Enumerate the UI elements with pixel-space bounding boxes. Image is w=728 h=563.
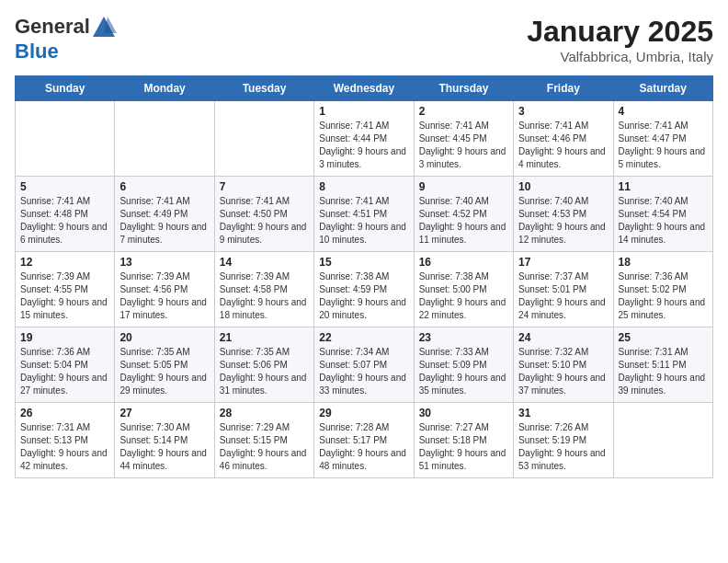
day-info: Sunrise: 7:28 AMSunset: 5:17 PMDaylight:… <box>319 421 408 473</box>
col-tuesday: Tuesday <box>214 76 313 101</box>
day-info: Sunrise: 7:38 AMSunset: 5:00 PMDaylight:… <box>419 270 508 322</box>
calendar-day-cell: 28Sunrise: 7:29 AMSunset: 5:15 PMDayligh… <box>214 403 313 478</box>
calendar-day-cell: 14Sunrise: 7:39 AMSunset: 4:58 PMDayligh… <box>214 252 313 327</box>
calendar-day-cell: 18Sunrise: 7:36 AMSunset: 5:02 PMDayligh… <box>613 252 712 327</box>
day-info: Sunrise: 7:40 AMSunset: 4:52 PMDaylight:… <box>419 195 508 247</box>
day-number: 19 <box>20 331 109 344</box>
day-number: 22 <box>319 331 408 344</box>
calendar-day-cell: 5Sunrise: 7:41 AMSunset: 4:48 PMDaylight… <box>16 177 115 252</box>
day-number: 9 <box>419 180 508 193</box>
day-info: Sunrise: 7:37 AMSunset: 5:01 PMDaylight:… <box>518 270 608 322</box>
day-info: Sunrise: 7:29 AMSunset: 5:15 PMDaylight:… <box>220 421 309 473</box>
day-number: 26 <box>20 407 109 419</box>
day-number: 21 <box>220 331 309 344</box>
calendar-day-cell: 30Sunrise: 7:27 AMSunset: 5:18 PMDayligh… <box>414 403 513 478</box>
calendar-week-row: 12Sunrise: 7:39 AMSunset: 4:55 PMDayligh… <box>16 252 713 327</box>
day-number: 10 <box>518 180 608 193</box>
logo: General Blue <box>15 15 118 63</box>
calendar-day-cell: 31Sunrise: 7:26 AMSunset: 5:19 PMDayligh… <box>514 403 613 478</box>
calendar-day-cell: 4Sunrise: 7:41 AMSunset: 4:47 PMDaylight… <box>613 101 712 177</box>
day-number: 29 <box>319 407 408 419</box>
calendar-day-cell: 3Sunrise: 7:41 AMSunset: 4:46 PMDaylight… <box>514 101 613 177</box>
day-number: 18 <box>619 256 708 269</box>
col-sunday: Sunday <box>16 76 115 101</box>
day-info: Sunrise: 7:41 AMSunset: 4:45 PMDaylight:… <box>419 120 508 171</box>
calendar-week-row: 19Sunrise: 7:36 AMSunset: 5:04 PMDayligh… <box>16 327 713 403</box>
day-number: 17 <box>518 256 608 269</box>
day-number: 11 <box>619 180 708 193</box>
calendar-day-cell: 24Sunrise: 7:32 AMSunset: 5:10 PMDayligh… <box>514 327 613 403</box>
calendar-day-cell <box>115 101 214 177</box>
calendar-week-row: 5Sunrise: 7:41 AMSunset: 4:48 PMDaylight… <box>16 177 713 252</box>
calendar-day-cell: 2Sunrise: 7:41 AMSunset: 4:45 PMDaylight… <box>414 101 513 177</box>
day-info: Sunrise: 7:31 AMSunset: 5:11 PMDaylight:… <box>619 346 708 397</box>
calendar-table: Sunday Monday Tuesday Wednesday Thursday… <box>15 75 713 478</box>
day-number: 4 <box>619 105 708 118</box>
col-wednesday: Wednesday <box>314 76 414 101</box>
day-number: 16 <box>419 256 508 269</box>
calendar-day-cell: 9Sunrise: 7:40 AMSunset: 4:52 PMDaylight… <box>414 177 513 252</box>
day-number: 25 <box>619 331 708 344</box>
day-info: Sunrise: 7:36 AMSunset: 5:02 PMDaylight:… <box>619 270 708 322</box>
day-info: Sunrise: 7:40 AMSunset: 4:54 PMDaylight:… <box>619 195 708 247</box>
day-number: 15 <box>319 256 408 269</box>
day-info: Sunrise: 7:41 AMSunset: 4:47 PMDaylight:… <box>619 120 708 171</box>
day-info: Sunrise: 7:30 AMSunset: 5:14 PMDaylight:… <box>119 421 209 473</box>
calendar-day-cell: 23Sunrise: 7:33 AMSunset: 5:09 PMDayligh… <box>414 327 513 403</box>
calendar-day-cell: 21Sunrise: 7:35 AMSunset: 5:06 PMDayligh… <box>214 327 313 403</box>
svg-marker-1 <box>104 17 117 33</box>
day-info: Sunrise: 7:38 AMSunset: 4:59 PMDaylight:… <box>319 270 408 322</box>
day-info: Sunrise: 7:27 AMSunset: 5:18 PMDaylight:… <box>419 421 508 473</box>
day-info: Sunrise: 7:34 AMSunset: 5:07 PMDaylight:… <box>319 346 408 397</box>
day-info: Sunrise: 7:36 AMSunset: 5:04 PMDaylight:… <box>20 346 109 397</box>
calendar-day-cell: 29Sunrise: 7:28 AMSunset: 5:17 PMDayligh… <box>314 403 414 478</box>
day-info: Sunrise: 7:35 AMSunset: 5:05 PMDaylight:… <box>119 346 209 397</box>
day-number: 7 <box>220 180 309 193</box>
logo-blue-text: Blue <box>15 40 59 63</box>
day-info: Sunrise: 7:31 AMSunset: 5:13 PMDaylight:… <box>20 421 109 473</box>
calendar-day-cell: 27Sunrise: 7:30 AMSunset: 5:14 PMDayligh… <box>115 403 214 478</box>
day-info: Sunrise: 7:39 AMSunset: 4:58 PMDaylight:… <box>220 270 309 322</box>
calendar-day-cell: 13Sunrise: 7:39 AMSunset: 4:56 PMDayligh… <box>115 252 214 327</box>
day-number: 1 <box>319 105 408 118</box>
day-number: 30 <box>419 407 508 419</box>
day-number: 24 <box>518 331 608 344</box>
day-number: 8 <box>319 180 408 193</box>
day-number: 14 <box>220 256 309 269</box>
col-monday: Monday <box>115 76 214 101</box>
calendar-week-row: 26Sunrise: 7:31 AMSunset: 5:13 PMDayligh… <box>16 403 713 478</box>
day-info: Sunrise: 7:41 AMSunset: 4:46 PMDaylight:… <box>518 120 608 171</box>
calendar-day-cell: 15Sunrise: 7:38 AMSunset: 4:59 PMDayligh… <box>314 252 414 327</box>
calendar-day-cell: 16Sunrise: 7:38 AMSunset: 5:00 PMDayligh… <box>414 252 513 327</box>
calendar-day-cell: 6Sunrise: 7:41 AMSunset: 4:49 PMDaylight… <box>115 177 214 252</box>
day-info: Sunrise: 7:41 AMSunset: 4:50 PMDaylight:… <box>220 195 309 247</box>
day-number: 2 <box>419 105 508 118</box>
col-thursday: Thursday <box>414 76 513 101</box>
calendar-day-cell: 10Sunrise: 7:40 AMSunset: 4:53 PMDayligh… <box>514 177 613 252</box>
location-subtitle: Valfabbrica, Umbria, Italy <box>527 49 713 64</box>
day-number: 5 <box>20 180 109 193</box>
calendar-day-cell: 7Sunrise: 7:41 AMSunset: 4:50 PMDaylight… <box>214 177 313 252</box>
calendar-day-cell: 8Sunrise: 7:41 AMSunset: 4:51 PMDaylight… <box>314 177 414 252</box>
calendar-day-cell: 20Sunrise: 7:35 AMSunset: 5:05 PMDayligh… <box>115 327 214 403</box>
day-info: Sunrise: 7:39 AMSunset: 4:55 PMDaylight:… <box>20 270 109 322</box>
day-info: Sunrise: 7:41 AMSunset: 4:48 PMDaylight:… <box>20 195 109 247</box>
col-saturday: Saturday <box>613 76 712 101</box>
day-number: 28 <box>220 407 309 419</box>
day-info: Sunrise: 7:41 AMSunset: 4:49 PMDaylight:… <box>119 195 209 247</box>
calendar-day-cell: 19Sunrise: 7:36 AMSunset: 5:04 PMDayligh… <box>16 327 115 403</box>
day-number: 12 <box>20 256 109 269</box>
calendar-day-cell: 1Sunrise: 7:41 AMSunset: 4:44 PMDaylight… <box>314 101 414 177</box>
calendar-week-row: 1Sunrise: 7:41 AMSunset: 4:44 PMDaylight… <box>16 101 713 177</box>
calendar-day-cell: 11Sunrise: 7:40 AMSunset: 4:54 PMDayligh… <box>613 177 712 252</box>
day-info: Sunrise: 7:40 AMSunset: 4:53 PMDaylight:… <box>518 195 608 247</box>
day-info: Sunrise: 7:39 AMSunset: 4:56 PMDaylight:… <box>119 270 209 322</box>
calendar-day-cell: 12Sunrise: 7:39 AMSunset: 4:55 PMDayligh… <box>16 252 115 327</box>
day-number: 23 <box>419 331 508 344</box>
calendar-day-cell <box>16 101 115 177</box>
calendar-day-cell: 17Sunrise: 7:37 AMSunset: 5:01 PMDayligh… <box>514 252 613 327</box>
day-info: Sunrise: 7:41 AMSunset: 4:51 PMDaylight:… <box>319 195 408 247</box>
day-number: 13 <box>119 256 209 269</box>
day-number: 3 <box>518 105 608 118</box>
day-info: Sunrise: 7:35 AMSunset: 5:06 PMDaylight:… <box>220 346 309 397</box>
